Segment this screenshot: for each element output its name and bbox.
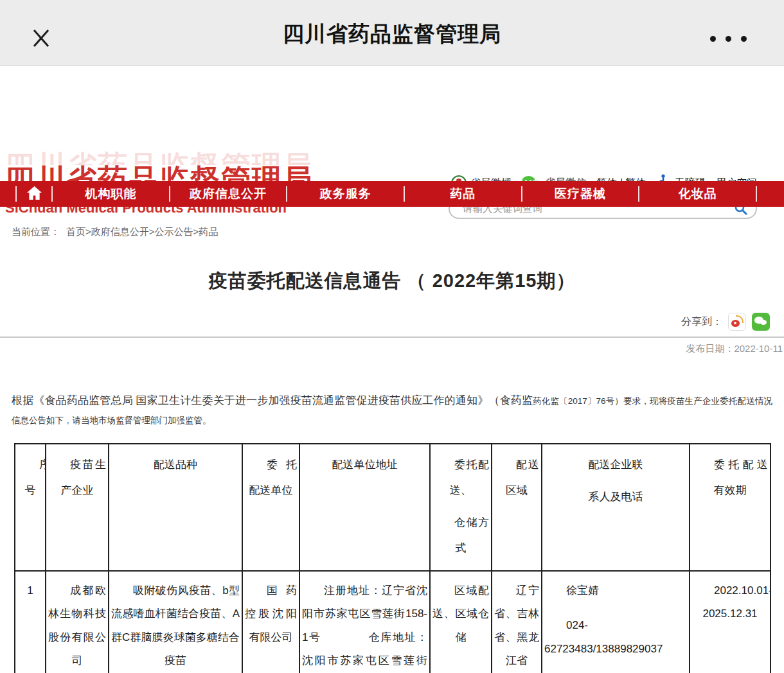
- cell-region: 辽宁省、吉林省、黑龙江省: [492, 571, 542, 673]
- nav-item-xinxigongkai[interactable]: 政府信息公开: [170, 181, 287, 207]
- cell-producer: 成都欧林生物科技股份有限公司: [46, 571, 109, 673]
- page: 四川省药品监督管理局 四川省药品监督管理局 四川省药品监督管理局 SiChuan…: [0, 0, 784, 673]
- cell-contact: 徐宝婧 024-62723483/13889829037: [542, 571, 690, 673]
- main-nav: 机构职能 政府信息公开 政务服务 药品 医疗器械 化妆品: [0, 181, 784, 207]
- nav-item-yiliaoqixie[interactable]: 医疗器械: [522, 181, 639, 207]
- header-validity: 委托配送有效期: [690, 444, 771, 571]
- menu-dots-icon[interactable]: [710, 36, 747, 42]
- cell-mode: 区域配送、区域仓储: [430, 571, 492, 673]
- cell-address: 注册地址：辽宁省沈阳市苏家屯区雪莲街158-1号 仓库地址：沈阳市苏家屯区雪莲街…: [299, 571, 430, 673]
- header-mode: 委托配送、 仓储方式: [430, 444, 492, 571]
- breadcrumb: 当前位置：首页>政府信息公开>公示公告>药品: [12, 226, 218, 238]
- table-row: 1 成都欧林生物科技股份有限公司 吸附破伤风疫苗、b型流感嗜血杆菌结合疫苗、A群…: [15, 571, 771, 673]
- home-icon: [26, 186, 42, 203]
- nav-item-zhengwufuwu[interactable]: 政务服务: [287, 181, 404, 207]
- table-header-row: 序号 疫苗生产企业 配送品种 委托配送单位 配送单位地址 委托配送、 仓储方式 …: [15, 444, 771, 571]
- site-header: 四川省药品监督管理局 四川省药品监督管理局 SiChuan Medical Pr…: [0, 66, 784, 181]
- share-label: 分享到：: [681, 315, 722, 329]
- webview-toolbar: 四川省药品监督管理局: [0, 0, 784, 66]
- share-row: 分享到：: [681, 313, 770, 331]
- vaccine-distribution-table: 序号 疫苗生产企业 配送品种 委托配送单位 配送单位地址 委托配送、 仓储方式 …: [14, 443, 771, 673]
- header-seq: 序号: [15, 444, 46, 571]
- cell-varieties: 吸附破伤风疫苗、b型流感嗜血杆菌结合疫苗、A群C群脑膜炎球菌多糖结合疫苗: [109, 571, 242, 673]
- header-varieties: 配送品种: [109, 444, 242, 571]
- cell-distributor: 国药控股沈阳有限公司: [242, 571, 299, 673]
- header-distributor: 委托配送单位: [242, 444, 299, 571]
- header-contact: 配送企业联 系人及电话: [542, 444, 690, 571]
- cell-seq: 1: [15, 571, 46, 673]
- nav-item-huazhuangpin[interactable]: 化妆品: [639, 181, 756, 207]
- contact-phone: 024-62723483/13889829037: [544, 614, 687, 661]
- notice-body: 根据《食品药品监管总局 国家卫生计生委关于进一步加强疫苗流通监管促进疫苗供应工作…: [12, 390, 772, 430]
- nav-item-jigou[interactable]: 机构职能: [53, 181, 169, 207]
- webview-title: 四川省药品监督管理局: [0, 0, 784, 66]
- page-title: 疫苗委托配送信息通告 （ 2022年第15期）: [0, 268, 784, 294]
- nav-home[interactable]: [17, 186, 51, 203]
- breadcrumb-path[interactable]: 首页>政府信息公开>公示公告>药品: [66, 226, 218, 237]
- header-producer: 疫苗生产企业: [46, 444, 109, 571]
- publish-date: 发布日期：2022-10-11: [686, 343, 783, 355]
- body-segment-large: 根据《食品药品监管总局 国家卫生计生委关于进一步加强疫苗流通监管促进疫苗供应工作…: [12, 394, 533, 406]
- nav-item-yaopin[interactable]: 药品: [405, 181, 521, 207]
- contact-name: 徐宝婧: [544, 579, 687, 603]
- breadcrumb-label: 当前位置：: [12, 226, 60, 237]
- share-wechat-icon[interactable]: [752, 313, 770, 331]
- cell-validity: 2022.10.01-2025.12.31: [690, 571, 771, 673]
- header-region: 配送区域: [492, 444, 542, 571]
- header-address: 配送单位地址: [299, 444, 430, 571]
- divider: [0, 336, 784, 338]
- share-weibo-icon[interactable]: [728, 313, 746, 331]
